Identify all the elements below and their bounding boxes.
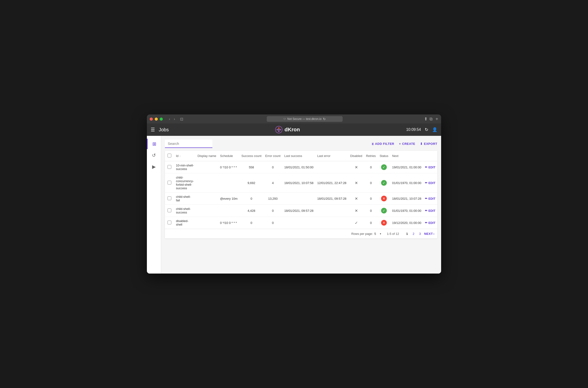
refresh-button[interactable]: ↻: [425, 127, 428, 132]
th-display-name: Display name: [196, 151, 218, 161]
sidebar-item-history[interactable]: ↺: [147, 150, 161, 161]
next-page-button[interactable]: NEXT ›: [424, 232, 434, 236]
row-disabled: ✕: [348, 161, 364, 173]
row-schedule: @every 10m: [218, 193, 239, 205]
edit-button-1[interactable]: ✏ EDIT: [425, 181, 435, 185]
status-ok-icon: ✓: [381, 180, 387, 186]
row-id: child-shell-fail: [174, 193, 196, 205]
dashboard-icon: ⊞: [152, 141, 156, 147]
row-next: 18/01/2021, 10:07:28: [390, 193, 423, 205]
executor-icon: ▶: [152, 164, 156, 170]
add-tab-button[interactable]: +: [435, 116, 438, 122]
account-button[interactable]: 👤: [432, 127, 437, 132]
svg-point-2: [278, 130, 279, 132]
row-checkbox-4[interactable]: [168, 220, 171, 224]
toolbar-right: ⧖ ADD FILTER + CREATE ⬇ EXPORT: [215, 142, 437, 146]
row-checkbox-0[interactable]: [168, 165, 171, 169]
edit-pencil-icon: ✏: [425, 181, 427, 185]
row-display-name: [196, 205, 218, 217]
main-content: ⊞ ↺ ▶ ⧖ ADD FILTER +: [147, 136, 441, 273]
status-err-icon: ✕: [381, 220, 387, 226]
edit-button-3[interactable]: ✏ EDIT: [425, 209, 435, 213]
disabled-x-icon: ✕: [355, 165, 358, 169]
url-bar[interactable]: 🛡 Not Secure — test.dkron.io ↻: [267, 116, 343, 122]
row-last-error: 18/01/2021, 09:57:28: [315, 193, 348, 205]
table-row: child-shell-fail@every 10m013,29318/01/2…: [165, 193, 437, 205]
rows-per-page: Rows per page: 5 10 25 ▾: [351, 232, 381, 236]
table-row: child-shell-success4,428018/01/2021, 09:…: [165, 205, 437, 217]
edit-button-0[interactable]: ✏ EDIT: [425, 166, 435, 169]
row-success-count: 9,692: [239, 173, 263, 193]
new-tab-button[interactable]: ⧉: [430, 116, 432, 121]
rows-per-page-wrapper: 5 10 25 ▾: [374, 232, 381, 236]
edit-button-4[interactable]: ✏ EDIT: [425, 221, 435, 225]
row-display-name: [196, 161, 218, 173]
nav-buttons: ‹ ›: [168, 117, 176, 121]
row-checkbox-1[interactable]: [168, 181, 171, 185]
minimize-button[interactable]: [155, 118, 158, 121]
sidebar-toggle-button[interactable]: ⊡: [178, 116, 185, 122]
row-schedule: [218, 173, 239, 193]
th-retries: Retries: [364, 151, 378, 161]
forward-button[interactable]: ›: [173, 117, 177, 121]
row-success-count: 0: [239, 217, 263, 229]
page-3-button[interactable]: 3: [418, 232, 422, 236]
row-checkbox-cell: [165, 217, 174, 229]
page-2-button[interactable]: 2: [411, 232, 416, 236]
table-body: 10-min-shell-success0 */10 0 * * *558018…: [165, 161, 437, 229]
row-last-success: [282, 217, 315, 229]
edit-pencil-icon: ✏: [425, 197, 427, 200]
th-actions: [423, 151, 437, 161]
rows-per-page-select[interactable]: 5 10 25: [374, 232, 381, 236]
edit-button-2[interactable]: ✏ EDIT: [425, 197, 435, 200]
row-disabled: ✕: [348, 193, 364, 205]
titlebar-actions: ⬆ ⧉: [424, 116, 432, 121]
row-retries: 0: [364, 205, 378, 217]
close-button[interactable]: [150, 118, 153, 121]
page-1-button[interactable]: 1: [405, 232, 409, 236]
appbar-logo: dKron: [169, 126, 406, 133]
menu-icon[interactable]: ☰: [151, 127, 155, 132]
row-success-count: 558: [239, 161, 263, 173]
row-last-success: 18/01/2021, 01:50:00: [282, 161, 315, 173]
row-checkbox-cell: [165, 193, 174, 205]
add-filter-button[interactable]: ⧖ ADD FILTER: [372, 142, 394, 146]
create-button[interactable]: + CREATE: [399, 142, 415, 146]
back-button[interactable]: ‹: [168, 117, 172, 121]
edit-pencil-icon: ✏: [425, 221, 427, 224]
row-next: 01/01/1970, 01:00:00: [390, 205, 423, 217]
maximize-button[interactable]: [160, 118, 163, 121]
sidebar-item-dashboard[interactable]: ⊞: [147, 139, 161, 149]
row-retries: 0: [364, 161, 378, 173]
edit-pencil-icon: ✏: [425, 209, 427, 212]
row-checkbox-cell: [165, 161, 174, 173]
row-last-error: [315, 217, 348, 229]
filter-label: ADD FILTER: [375, 142, 394, 146]
row-checkbox-2[interactable]: [168, 196, 171, 200]
row-disabled: ✕: [348, 205, 364, 217]
row-status: ✓: [378, 205, 390, 217]
logo-text: dKron: [285, 126, 300, 133]
next-label: NEXT: [424, 232, 433, 236]
row-next: 01/01/1970, 01:00:00: [390, 173, 423, 193]
table-row: child-concurrency-forbid-shell-success9,…: [165, 173, 437, 193]
row-error-count: 0: [263, 161, 282, 173]
edit-pencil-icon: ✏: [425, 166, 427, 169]
row-edit-cell: ✏ EDIT: [423, 161, 437, 173]
row-checkbox-3[interactable]: [168, 209, 171, 212]
export-button[interactable]: ⬇ EXPORT: [420, 142, 437, 146]
th-success-count: Success count: [239, 151, 263, 161]
url-bar-container: 🛡 Not Secure — test.dkron.io ↻: [187, 116, 422, 122]
th-next: Next: [390, 151, 423, 161]
search-input[interactable]: [165, 140, 212, 148]
content-area: ⧖ ADD FILTER + CREATE ⬇ EXPORT: [161, 136, 441, 273]
row-last-success: 18/01/2021, 10:07:58: [282, 173, 315, 193]
row-next: 19/12/2020, 01:00:00: [390, 217, 423, 229]
select-all-checkbox[interactable]: [168, 154, 171, 157]
th-error-count: Error count: [263, 151, 282, 161]
share-button[interactable]: ⬆: [424, 116, 428, 121]
sidebar-item-executor[interactable]: ▶: [147, 162, 161, 172]
row-last-error: 12/01/2021, 22:47:28: [315, 173, 348, 193]
row-error-count: 0: [263, 217, 282, 229]
row-last-success: 18/01/2021, 09:57:28: [282, 205, 315, 217]
